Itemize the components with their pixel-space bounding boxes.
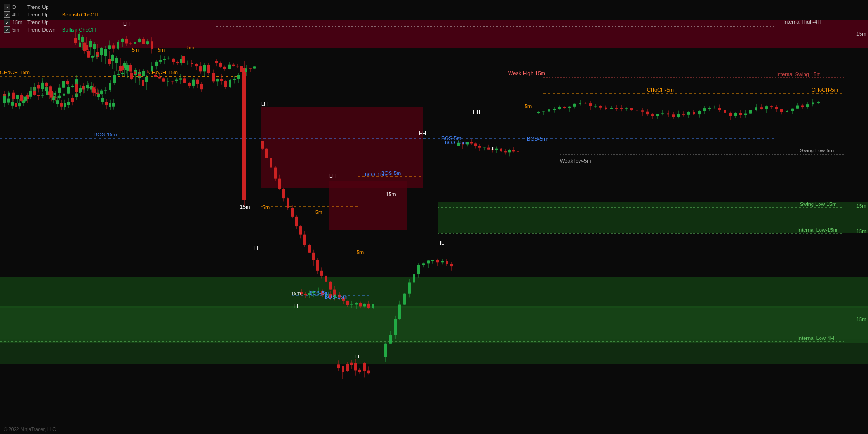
legend-checkbox-15m[interactable]: ✓ bbox=[4, 19, 10, 25]
legend-checkbox-4H[interactable]: ✓ bbox=[4, 11, 10, 18]
legend-trend-D: Trend Up bbox=[27, 4, 60, 10]
legend-checkbox-D[interactable]: ✓ bbox=[4, 4, 10, 10]
legend: ✓ D Trend Up ✓ 4H Trend Up Bearish ChoCH… bbox=[4, 4, 98, 33]
legend-trend-15m: Trend Up bbox=[27, 19, 60, 25]
legend-item-4H: ✓ 4H Trend Up Bearish ChoCH bbox=[4, 11, 98, 18]
legend-timeframe-15m: 15m bbox=[12, 19, 25, 25]
legend-checkbox-5m[interactable]: ✓ bbox=[4, 26, 10, 33]
legend-timeframe-4H: 4H bbox=[12, 12, 25, 17]
legend-item-D: ✓ D Trend Up bbox=[4, 4, 98, 10]
legend-timeframe-D: D bbox=[12, 4, 25, 10]
legend-choch-4H: Bearish ChoCH bbox=[62, 12, 98, 17]
legend-trend-5m: Trend Down bbox=[27, 27, 60, 32]
legend-item-5m: ✓ 5m Trend Down Bullish ChoCH bbox=[4, 26, 98, 33]
legend-item-15m: ✓ 15m Trend Up bbox=[4, 19, 98, 25]
legend-trend-4H: Trend Up bbox=[27, 12, 60, 17]
chart-container: ✓ D Trend Up ✓ 4H Trend Up Bearish ChoCH… bbox=[0, 0, 868, 434]
footer-copyright: © 2022 NinjaTrader, LLC bbox=[4, 427, 56, 432]
legend-timeframe-5m: 5m bbox=[12, 27, 25, 32]
legend-choch-5m: Bullish ChoCH bbox=[62, 27, 96, 32]
